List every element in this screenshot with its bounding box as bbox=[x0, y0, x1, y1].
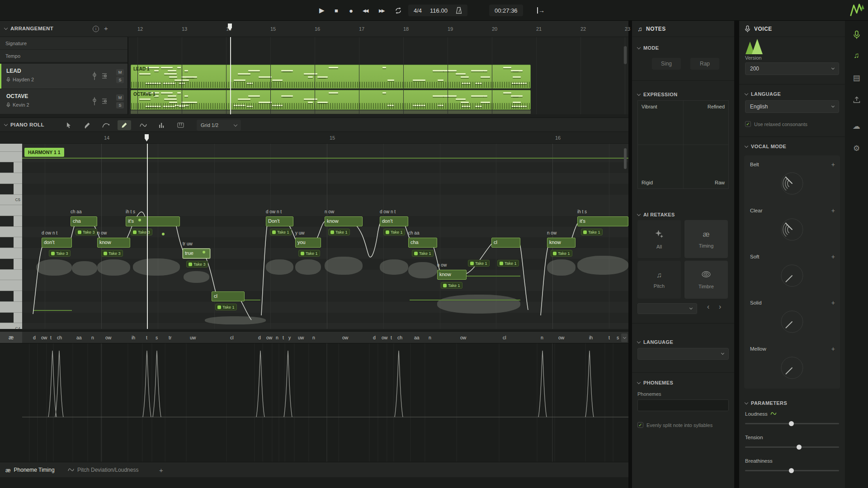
voice-language-section-toggle[interactable]: LANGUAGE bbox=[745, 91, 781, 97]
vocal-mode-add-button[interactable]: + bbox=[831, 299, 835, 306]
tempo-box[interactable]: 4/4 116.00 bbox=[408, 5, 467, 16]
piano-roll-section-toggle[interactable]: PIANO ROLL bbox=[5, 122, 44, 127]
signature-row[interactable]: Signature bbox=[0, 37, 127, 50]
phoneme-strip-item[interactable]: d bbox=[373, 335, 376, 340]
phoneme-strip-item[interactable]: ow bbox=[342, 335, 348, 340]
retake-timing-button[interactable]: æTiming bbox=[684, 220, 728, 258]
phoneme-strip-item[interactable]: tr bbox=[169, 335, 171, 340]
piano-roll-note[interactable]: know bbox=[437, 270, 467, 280]
piano-key[interactable]: C4 bbox=[0, 323, 22, 329]
fast-forward-button[interactable]: ▶▶ bbox=[379, 0, 384, 21]
tempo-value[interactable]: 116.00 bbox=[430, 7, 448, 14]
expression-xy-pad[interactable]: Vibrant Refined Rigid Raw bbox=[637, 100, 729, 189]
take-badge[interactable]: Take 3 bbox=[186, 261, 208, 267]
piano-key[interactable] bbox=[0, 313, 22, 324]
roll-ruler[interactable]: 141516 bbox=[0, 132, 628, 144]
phoneme-strip-item[interactable]: s bbox=[617, 335, 619, 340]
piano-roll-note[interactable]: you bbox=[295, 238, 321, 248]
track-row-octave[interactable]: OCTAVE Kevin 2 M S bbox=[0, 89, 127, 114]
tempo-row[interactable]: Tempo bbox=[0, 50, 127, 62]
piano-roll-note[interactable]: Don't bbox=[266, 216, 293, 226]
phoneme-strip-item[interactable]: ow bbox=[558, 335, 564, 340]
piano-roll-note[interactable]: cl bbox=[212, 291, 245, 301]
vocal-mode-solid-knob[interactable] bbox=[779, 309, 805, 336]
roll-playhead-pin[interactable] bbox=[145, 134, 149, 141]
mode-sing-button[interactable]: Sing bbox=[652, 58, 681, 70]
language-section-toggle[interactable]: LANGUAGE bbox=[637, 339, 673, 345]
take-badge[interactable]: Take 1 bbox=[328, 229, 350, 235]
play-button[interactable]: ▶ bbox=[319, 0, 325, 21]
phoneme-strip-item[interactable]: t bbox=[50, 335, 52, 340]
piano-roll-note[interactable]: it's bbox=[577, 216, 628, 226]
piano-key[interactable] bbox=[0, 270, 22, 281]
slider-thumb[interactable] bbox=[789, 468, 794, 473]
loop-button[interactable] bbox=[394, 0, 402, 21]
phoneme-strip-item[interactable]: cl bbox=[503, 335, 506, 340]
clip-lead[interactable]: LEAD 1 bbox=[131, 65, 531, 89]
take-badge[interactable]: Take 1 bbox=[298, 250, 320, 257]
slider-thumb[interactable] bbox=[797, 445, 802, 450]
phoneme-strip-item[interactable]: ow bbox=[105, 335, 111, 340]
vocal-mode-add-button[interactable]: + bbox=[831, 207, 835, 214]
phonemes-section-toggle[interactable]: PHONEMES bbox=[637, 380, 673, 385]
mute-button[interactable]: M bbox=[116, 94, 124, 101]
phoneme-strip-item[interactable]: ch bbox=[57, 335, 62, 340]
piano-roll-note[interactable]: know bbox=[325, 216, 363, 226]
stop-button[interactable]: ■ bbox=[335, 0, 338, 21]
phoneme-strip-item[interactable]: ow bbox=[382, 335, 387, 340]
phoneme-strip-item[interactable]: d bbox=[33, 335, 36, 340]
piano-key[interactable] bbox=[0, 152, 22, 163]
pan-knob-icon[interactable] bbox=[101, 71, 108, 83]
phoneme-strip-item[interactable]: t bbox=[283, 335, 284, 340]
add-track-button[interactable]: + bbox=[104, 24, 108, 32]
voice-avatar[interactable] bbox=[745, 39, 764, 54]
parameters-section-toggle[interactable]: PARAMETERS bbox=[745, 400, 787, 406]
piano-key[interactable] bbox=[0, 162, 22, 173]
phoneme-strip-item[interactable]: n bbox=[91, 335, 94, 340]
phoneme-strip-item[interactable]: ow bbox=[460, 335, 466, 340]
piano-roll-note[interactable]: cha bbox=[71, 216, 97, 226]
relaxed-consonants-checkbox[interactable]: ✓ Use relaxed consonants bbox=[745, 121, 839, 127]
retake-all-button[interactable]: All bbox=[637, 220, 681, 258]
solo-button[interactable]: S bbox=[116, 77, 124, 83]
arrangement-section-toggle[interactable]: ARRANGEMENT bbox=[5, 26, 53, 31]
retake-pitch-button[interactable]: ♫Pitch bbox=[637, 261, 681, 299]
arrangement-bar-ruler[interactable]: 121314151617181920212223 bbox=[128, 21, 628, 37]
piano-roll-note[interactable]: cha bbox=[408, 238, 437, 248]
library-icon[interactable]: ▤ bbox=[845, 73, 868, 83]
piano-key[interactable] bbox=[0, 291, 22, 302]
mute-button[interactable]: M bbox=[116, 69, 124, 75]
scrollbar[interactable] bbox=[624, 46, 627, 64]
phoneme-strip-item[interactable]: n bbox=[429, 335, 431, 340]
piano-key[interactable] bbox=[0, 237, 22, 248]
pencil-tool[interactable] bbox=[118, 120, 131, 130]
phoneme-strip-item[interactable]: n bbox=[312, 335, 315, 340]
record-button[interactable]: ● bbox=[349, 0, 353, 21]
phoneme-strip-item[interactable]: ih bbox=[589, 335, 593, 340]
mode-section-toggle[interactable]: MODE bbox=[637, 45, 659, 51]
take-badge[interactable]: Take 1 bbox=[581, 229, 603, 235]
tab-pitch-deviation[interactable]: Pitch Deviation/Loudness bbox=[68, 462, 138, 478]
phoneme-strip-item[interactable]: ch bbox=[397, 335, 402, 340]
vibrato-tool[interactable] bbox=[155, 120, 169, 130]
piano-roll-note[interactable]: true bbox=[183, 249, 210, 258]
select-tool[interactable] bbox=[62, 120, 75, 130]
phoneme-strip-item[interactable]: aa bbox=[414, 335, 420, 340]
pitch-point[interactable] bbox=[162, 233, 165, 235]
time-signature[interactable]: 4/4 bbox=[414, 7, 422, 14]
phoneme-strip-item[interactable]: ow bbox=[41, 335, 47, 340]
settings-icon[interactable]: ⚙ bbox=[845, 143, 868, 153]
piano-roll-note[interactable]: cl bbox=[491, 238, 520, 248]
phoneme-strip-item[interactable]: aa bbox=[76, 335, 82, 340]
solo-button[interactable]: S bbox=[116, 102, 124, 108]
take-badge[interactable]: Take 1 bbox=[215, 304, 237, 310]
phoneme-strip-item[interactable]: t bbox=[391, 335, 392, 340]
parameter-breathiness-slider[interactable] bbox=[745, 470, 839, 471]
vocal-mode-add-button[interactable]: + bbox=[831, 345, 835, 352]
phoneme-strip-item[interactable]: ow bbox=[266, 335, 272, 340]
clip-octave[interactable]: OCTAVE 1 bbox=[131, 90, 531, 110]
phoneme-strip-item[interactable]: d bbox=[258, 335, 261, 340]
evenly-split-checkbox[interactable]: ✓ Evenly split note into syllables bbox=[637, 422, 730, 428]
vocal-mode-add-button[interactable]: + bbox=[831, 161, 835, 168]
take-badge[interactable]: Take 3 bbox=[49, 250, 71, 257]
